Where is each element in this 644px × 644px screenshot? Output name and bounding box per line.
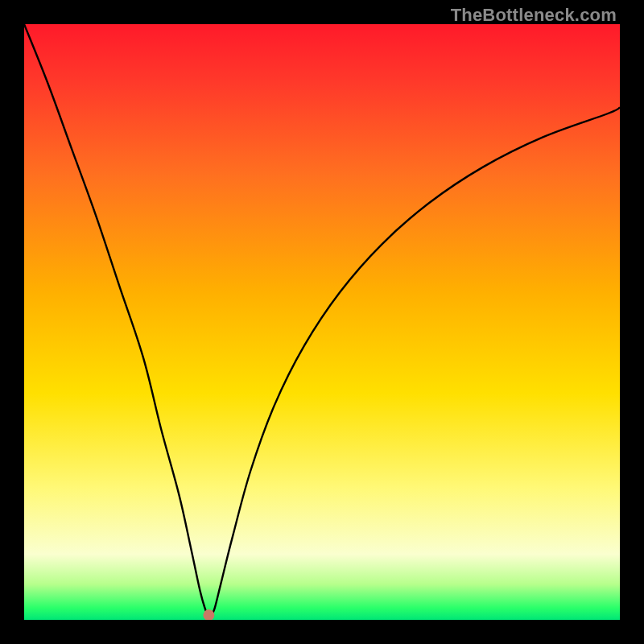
bottleneck-curve	[24, 24, 620, 620]
plot-area	[24, 24, 620, 620]
watermark-label: TheBottleneck.com	[451, 5, 617, 26]
chart-frame: TheBottleneck.com	[0, 0, 644, 644]
curve-path	[24, 24, 620, 615]
